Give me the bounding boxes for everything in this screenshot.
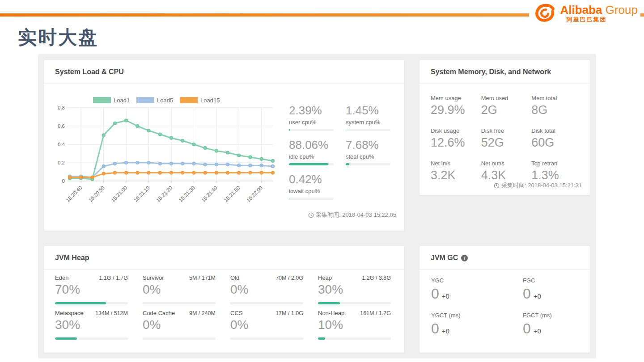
panel-system-load-cpu: System Load & CPU 00.20.40.60.815:20:401… (43, 59, 405, 231)
progress-track (346, 163, 390, 165)
clock-icon (308, 212, 314, 218)
progress-fill (289, 129, 290, 131)
stat-mem-total: Mem total8G (531, 95, 582, 117)
svg-text:0.6: 0.6 (58, 123, 65, 129)
stat-mem-usage: Mem usage29.9% (431, 95, 481, 117)
stat-net-in: Net in/s3.2K (431, 160, 481, 182)
progress-track (346, 129, 390, 131)
svg-text:15:21:40: 15:21:40 (200, 185, 218, 203)
stat-mem-used: Mem used2G (481, 95, 532, 117)
gc-cell-fgct: FGCT (ms) 0+0 (523, 312, 579, 337)
svg-text:0.4: 0.4 (58, 142, 65, 147)
panel-title-jvm-gc: JVM GCi (419, 246, 590, 270)
progress-fill (55, 337, 77, 340)
svg-text:0.8: 0.8 (58, 105, 65, 110)
svg-text:0: 0 (62, 178, 65, 184)
panel-jvm-heap: JVM Heap Eden1.1G / 1.7G 70% Survivor5M … (43, 245, 405, 353)
stat-disk-total: Disk total60G (531, 127, 582, 150)
progress-track (318, 302, 391, 304)
svg-text:15:21:50: 15:21:50 (223, 185, 241, 203)
svg-text:15:20:50: 15:20:50 (88, 185, 106, 203)
load-chart-svg: 00.20.40.60.815:20:4015:20:5015:21:0015:… (44, 93, 288, 214)
stat-net-out: Net out/s4.3K (481, 160, 532, 182)
svg-text:15:21:00: 15:21:00 (110, 185, 128, 203)
heap-cell-survivor: Survivor5M / 171M 0% (143, 274, 216, 304)
logo-chinese-text: 阿里巴巴集团 (567, 17, 638, 22)
gc-cell-ygct: YGCT (ms) 0+0 (431, 312, 523, 337)
progress-track (289, 198, 334, 200)
progress-track (230, 337, 303, 340)
svg-text:15:21:20: 15:21:20 (155, 185, 173, 203)
gc-cell-fgc: FGC 0+0 (523, 277, 579, 302)
dashboard-board: System Load & CPU 00.20.40.60.815:20:401… (38, 54, 596, 358)
info-icon[interactable]: i (461, 255, 468, 261)
svg-text:15:20:40: 15:20:40 (65, 185, 83, 203)
load-line-chart[interactable]: 00.20.40.60.815:20:4015:20:5015:21:0015:… (44, 93, 288, 214)
logo-brand-text: Alibaba (560, 3, 602, 17)
cpu-metrics: 2.39% user cpu% 1.45% system cpu% 88.06%… (289, 104, 403, 200)
metric-steal-cpu: 7.68% steal cpu% (346, 138, 401, 165)
svg-text:Load15: Load15 (200, 97, 220, 104)
alibaba-logo-mark (534, 3, 559, 23)
alibaba-logo[interactable]: Alibaba Group 阿里巴巴集团 (529, 2, 640, 25)
progress-fill (346, 129, 346, 131)
gc-cell-ygc: YGC 0+0 (431, 277, 523, 302)
panel-title-memory: System Memory, Disk, and Network (419, 60, 590, 84)
progress-fill (55, 302, 106, 304)
collect-time-load: 采集时间: 2018-04-03 15:22:05 (308, 211, 396, 219)
svg-text:15:21:10: 15:21:10 (133, 185, 151, 203)
svg-text:15:22:00: 15:22:00 (246, 185, 263, 203)
panel-memory-disk-network: System Memory, Disk, and Network Mem usa… (419, 59, 590, 195)
panel-title-jvm-heap: JVM Heap (44, 246, 404, 270)
stat-tcp-retran: Tcp retran1.3% (531, 160, 582, 182)
progress-fill (346, 163, 349, 165)
stat-disk-free: Disk free52G (481, 127, 532, 150)
metric-system-cpu: 1.45% system cpu% (346, 104, 401, 131)
svg-text:Load1: Load1 (114, 97, 130, 104)
heap-cell-old: Old70M / 2.0G 0% (230, 274, 303, 304)
heap-cell-non-heap: Non-Heap161M / 1.7G 10% (318, 310, 391, 340)
jvm-heap-grid: Eden1.1G / 1.7G 70% Survivor5M / 171M 0%… (55, 274, 397, 340)
svg-text:Load5: Load5 (157, 97, 173, 104)
heap-cell-eden: Eden1.1G / 1.7G 70% (55, 274, 128, 304)
heap-cell-ccs: CCS17M / 1.0G 0% (230, 310, 303, 340)
panel-title-load-cpu: System Load & CPU (44, 60, 404, 84)
memory-stats-grid: Mem usage29.9% Mem used2G Mem total8G Di… (431, 95, 582, 182)
progress-track (55, 302, 128, 304)
clock-icon (494, 183, 500, 189)
heap-cell-metaspace: Metaspace134M / 512M 30% (55, 310, 128, 340)
metric-iowait-cpu: 0.42% iowait cpu% (289, 173, 346, 200)
progress-track (55, 337, 128, 340)
page-title: 实时大盘 (18, 25, 98, 50)
svg-text:0.2: 0.2 (58, 160, 65, 165)
progress-fill (289, 163, 328, 165)
jvm-gc-grid: YGC 0+0 FGC 0+0 YGCT (ms) 0+0 FGCT (ms) … (431, 277, 579, 337)
progress-track (318, 337, 391, 340)
progress-track (143, 337, 216, 340)
progress-track (143, 302, 216, 304)
progress-fill (318, 337, 325, 340)
panel-jvm-gc: JVM GCi YGC 0+0 FGC 0+0 YGCT (ms) 0+0 FG… (419, 245, 590, 353)
progress-track (289, 163, 334, 165)
metric-user-cpu: 2.39% user cpu% (289, 104, 346, 131)
progress-fill (318, 302, 340, 304)
progress-track (230, 302, 303, 304)
logo-suffix-text: Group (606, 3, 638, 17)
heap-cell-code-cache: Code Cache9M / 240M 0% (143, 310, 216, 340)
heap-cell-heap: Heap1.2G / 3.8G 30% (318, 274, 391, 304)
collect-time-memory: 采集时间: 2018-04-03 15:21:31 (494, 181, 582, 189)
metric-idle-cpu: 88.06% idle cpu% (289, 138, 346, 165)
svg-text:15:21:30: 15:21:30 (178, 185, 196, 203)
stat-disk-usage: Disk usage12.6% (431, 127, 481, 150)
progress-track (289, 129, 334, 131)
